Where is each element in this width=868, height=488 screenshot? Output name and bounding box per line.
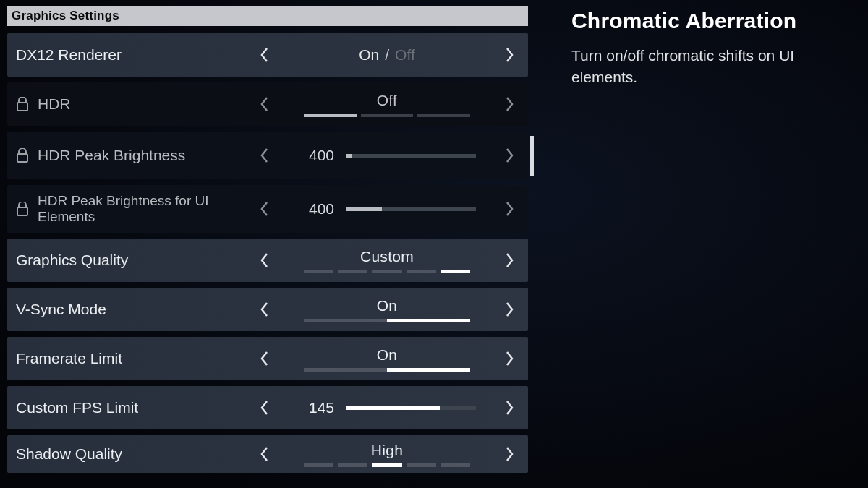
value-segments: [304, 319, 470, 322]
row-dx12-renderer[interactable]: DX12 Renderer On / Off: [7, 33, 528, 77]
chevron-left-icon[interactable]: [255, 348, 275, 369]
row-value: 145: [298, 399, 334, 416]
row-graphics-quality[interactable]: Graphics Quality Custom: [7, 239, 528, 282]
row-custom-fps-limit[interactable]: Custom FPS Limit 145: [7, 386, 528, 429]
chevron-left-icon[interactable]: [255, 299, 275, 320]
svg-rect-2: [17, 207, 27, 215]
chevron-left-icon[interactable]: [255, 444, 275, 464]
row-hdr-peak-brightness-ui: HDR Peak Brightness for UI Elements 400: [7, 185, 528, 233]
row-label: HDR Peak Brightness for UI Elements: [38, 193, 255, 225]
chevron-left-icon[interactable]: [255, 250, 275, 270]
row-value: 400: [298, 147, 334, 164]
chevron-left-icon: [255, 94, 275, 114]
section-header: Graphics Settings: [7, 6, 528, 26]
slider-track: [346, 207, 476, 211]
chevron-left-icon[interactable]: [255, 398, 275, 418]
slider-track: [346, 154, 476, 158]
row-label: Graphics Quality: [16, 252, 128, 269]
row-value: On: [377, 346, 398, 364]
settings-screen: Graphics Settings DX12 Renderer On / Off: [0, 0, 868, 488]
chevron-right-icon[interactable]: [499, 444, 519, 464]
chevron-right-icon[interactable]: [499, 45, 519, 65]
chevron-left-icon: [255, 145, 275, 166]
slider-track[interactable]: [346, 406, 476, 410]
chevron-right-icon[interactable]: [499, 348, 519, 369]
detail-body: Turn on/off chromatic shifts on UI eleme…: [571, 45, 839, 89]
value-segments: [304, 114, 470, 117]
chevron-right-icon: [499, 145, 519, 166]
chevron-right-icon[interactable]: [499, 398, 519, 418]
row-framerate-limit[interactable]: Framerate Limit On: [7, 337, 528, 380]
row-value: High: [371, 442, 403, 459]
value-segments: [304, 463, 470, 467]
row-label: V-Sync Mode: [16, 301, 106, 318]
svg-rect-0: [17, 103, 27, 111]
settings-list-pane: Graphics Settings DX12 Renderer On / Off: [0, 0, 535, 488]
row-value: 400: [298, 200, 334, 218]
chevron-right-icon: [499, 94, 519, 114]
lock-icon: [16, 148, 29, 163]
row-shadow-quality[interactable]: Shadow Quality High: [7, 435, 528, 473]
row-value: On: [377, 297, 398, 314]
row-value: Off: [377, 92, 398, 109]
row-label: HDR: [38, 95, 71, 113]
value-onoff: On / Off: [359, 46, 414, 64]
chevron-left-icon: [255, 199, 275, 219]
svg-rect-1: [17, 154, 27, 162]
chevron-right-icon[interactable]: [499, 299, 519, 320]
value-segments: [304, 270, 470, 273]
row-label: HDR Peak Brightness: [38, 147, 185, 164]
lock-icon: [16, 202, 29, 216]
row-label: Framerate Limit: [16, 350, 122, 367]
value-segments: [304, 368, 470, 372]
detail-pane: Chromatic Aberration Turn on/off chromat…: [535, 0, 868, 488]
settings-scroll-area[interactable]: DX12 Renderer On / Off: [7, 33, 528, 488]
chevron-right-icon: [499, 199, 519, 219]
row-hdr-peak-brightness: HDR Peak Brightness 400: [7, 132, 528, 179]
value-on: On: [359, 46, 379, 64]
scrollbar-thumb[interactable]: [530, 136, 534, 176]
detail-title: Chromatic Aberration: [571, 9, 846, 33]
row-label: DX12 Renderer: [16, 46, 122, 64]
chevron-right-icon[interactable]: [499, 250, 519, 270]
onoff-separator: /: [385, 46, 389, 64]
row-label: Custom FPS Limit: [16, 399, 138, 416]
row-hdr: HDR Off: [7, 82, 528, 126]
row-label: Shadow Quality: [16, 445, 122, 463]
row-value: Custom: [360, 248, 414, 265]
value-off: Off: [395, 46, 415, 64]
row-vsync-mode[interactable]: V-Sync Mode On: [7, 288, 528, 331]
lock-icon: [16, 97, 29, 111]
chevron-left-icon[interactable]: [255, 45, 275, 65]
